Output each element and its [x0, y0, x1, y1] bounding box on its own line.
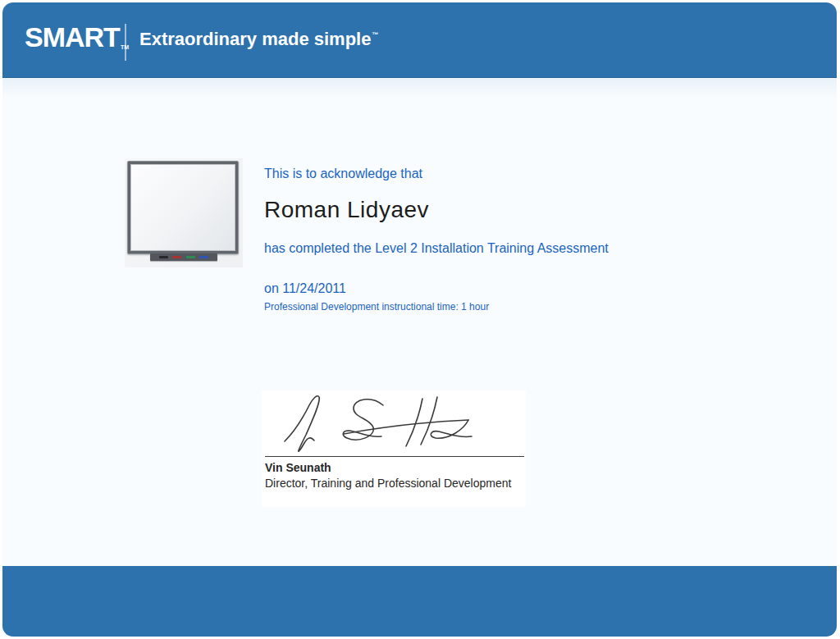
- header-shadow-fade: [2, 78, 837, 99]
- brand-tagline-trademark: ™: [372, 31, 378, 39]
- smartboard-pen-tray: [150, 253, 217, 261]
- pen-green: [186, 256, 195, 258]
- smart-logo: SMART TM: [25, 24, 129, 52]
- signatory-name: Vin Seunath: [265, 461, 331, 474]
- signature-rule: [265, 456, 524, 457]
- certificate-page: SMART TM Extraordinary made simple ™ T: [0, 0, 840, 639]
- pen-black: [159, 256, 168, 258]
- certificate-card: SMART TM Extraordinary made simple ™ T: [2, 2, 837, 637]
- recipient-name: Roman Lidyaev: [264, 197, 429, 223]
- signatory-title: Director, Training and Professional Deve…: [265, 477, 511, 490]
- smartboard-frame: [127, 161, 239, 254]
- brand-header: SMART TM Extraordinary made simple ™: [2, 2, 837, 78]
- acknowledge-line: This is to acknowledge that: [264, 167, 422, 181]
- brand-tagline-text: Extraordinary made simple: [139, 30, 371, 49]
- pen-red: [172, 256, 181, 258]
- signature-block: Vin Seunath Director, Training and Profe…: [262, 390, 526, 507]
- brand-tagline: Extraordinary made simple ™: [139, 30, 378, 49]
- brand-footer: [2, 566, 837, 637]
- header-divider: [125, 24, 126, 61]
- smartboard-photo: [125, 158, 243, 267]
- completion-line: has completed the Level 2 Installation T…: [264, 241, 609, 256]
- completion-date: on 11/24/2011: [264, 281, 346, 296]
- professional-development-line: Professional Development instructional t…: [264, 301, 489, 313]
- smartboard-surface: [130, 164, 235, 251]
- signature-image: [262, 390, 524, 456]
- smart-logo-text: SMART: [25, 25, 120, 51]
- pen-blue: [199, 256, 208, 258]
